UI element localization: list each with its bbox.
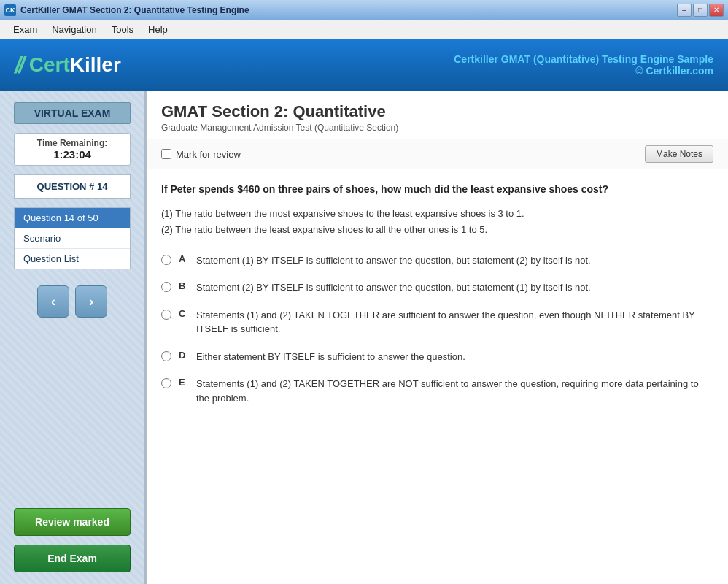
answer-text-b: Statement (2) BY ITSELF is sufficient to…: [196, 280, 591, 295]
menu-help[interactable]: Help: [141, 23, 175, 36]
radio-b[interactable]: [161, 282, 171, 292]
question-conditions: (1) The ratio between the most expansive…: [161, 206, 713, 238]
window-title: CertKiller GMAT Section 2: Quantitative …: [20, 5, 677, 15]
radio-e[interactable]: [161, 378, 171, 388]
nav-link-question-list[interactable]: Question List: [15, 249, 130, 269]
logo-text: CertKiller: [29, 53, 121, 77]
time-box: Time Remaining: 1:23:04: [14, 133, 131, 166]
question-stem-bold: If Peter spends $460 on three pairs of s…: [161, 183, 608, 195]
app-icon: CK: [4, 4, 16, 16]
next-arrow-button[interactable]: ›: [75, 285, 107, 318]
nav-link-question[interactable]: Question 14 of 50: [15, 208, 130, 228]
nav-link-scenario[interactable]: Scenario: [15, 228, 130, 249]
tagline-line1: Certkiller GMAT (Quantitative) Testing E…: [454, 53, 713, 65]
logo-killer: Killer: [70, 53, 121, 76]
answer-text-d: Either statement BY ITSELF is sufficient…: [196, 350, 465, 364]
sidebar-title: VIRTUAL EXAM: [14, 102, 131, 124]
sidebar: VIRTUAL EXAM Time Remaining: 1:23:04 QUE…: [0, 91, 146, 584]
menu-tools[interactable]: Tools: [104, 23, 141, 36]
answer-option-a: A Statement (1) BY ITSELF is sufficient …: [161, 253, 713, 268]
content-toolbar: Mark for review Make Notes: [147, 139, 728, 169]
header-banner: // CertKiller Certkiller GMAT (Quantitat…: [0, 39, 728, 91]
answer-option-b: B Statement (2) BY ITSELF is sufficient …: [161, 280, 713, 295]
menu-exam[interactable]: Exam: [6, 23, 44, 36]
menu-navigation[interactable]: Navigation: [44, 23, 104, 36]
radio-c[interactable]: [161, 310, 171, 320]
condition-1: (1) The ratio between the most expansive…: [161, 206, 713, 222]
close-button[interactable]: ✕: [709, 4, 724, 17]
letter-d: D: [179, 350, 189, 361]
end-exam-button[interactable]: End Exam: [14, 545, 131, 572]
answer-option-e: E Statements (1) and (2) TAKEN TOGETHER …: [161, 377, 713, 405]
content-header: GMAT Section 2: Quantitative Graduate Ma…: [147, 91, 728, 139]
letter-b: B: [179, 280, 189, 291]
window-controls: – □ ✕: [677, 4, 724, 17]
title-bar: CK CertKiller GMAT Section 2: Quantitati…: [0, 0, 728, 20]
nav-links: Question 14 of 50 Scenario Question List: [14, 207, 131, 269]
logo-slashes: //: [15, 52, 22, 79]
minimize-button[interactable]: –: [677, 4, 692, 17]
logo-cert: Cert: [29, 53, 70, 76]
time-value: 1:23:04: [20, 148, 124, 161]
radio-a[interactable]: [161, 255, 171, 265]
menu-bar: Exam Navigation Tools Help: [0, 20, 728, 39]
question-badge: QUESTION # 14: [14, 174, 131, 199]
header-tagline: Certkiller GMAT (Quantitative) Testing E…: [454, 53, 713, 77]
review-marked-button[interactable]: Review marked: [14, 508, 131, 536]
answer-text-a: Statement (1) BY ITSELF is sufficient to…: [196, 253, 591, 268]
letter-c: C: [179, 308, 189, 319]
radio-d[interactable]: [161, 351, 171, 361]
letter-a: A: [179, 253, 189, 264]
question-area: If Peter spends $460 on three pairs of s…: [147, 169, 728, 430]
letter-e: E: [179, 377, 189, 388]
mark-review-text: Mark for review: [176, 149, 241, 160]
content-subtitle: Graduate Management Admission Test (Quan…: [161, 123, 713, 133]
condition-2: (2) The ratio between the least expansiv…: [161, 222, 713, 238]
answer-text-e: Statements (1) and (2) TAKEN TOGETHER ar…: [196, 377, 713, 405]
make-notes-button[interactable]: Make Notes: [645, 145, 713, 163]
mark-review-label[interactable]: Mark for review: [161, 149, 241, 160]
logo: // CertKiller: [15, 52, 121, 79]
tagline-line2: © Certkiller.com: [454, 65, 713, 77]
answer-option-d: D Either statement BY ITSELF is sufficie…: [161, 350, 713, 364]
time-label: Time Remaining:: [20, 138, 124, 148]
answer-option-c: C Statements (1) and (2) TAKEN TOGETHER …: [161, 308, 713, 337]
content-area: GMAT Section 2: Quantitative Graduate Ma…: [146, 91, 728, 584]
prev-arrow-button[interactable]: ‹: [37, 285, 69, 318]
nav-arrows: ‹ ›: [37, 285, 107, 318]
maximize-button[interactable]: □: [693, 4, 708, 17]
question-stem: If Peter spends $460 on three pairs of s…: [161, 181, 713, 197]
mark-review-checkbox[interactable]: [161, 149, 171, 159]
main-layout: VIRTUAL EXAM Time Remaining: 1:23:04 QUE…: [0, 91, 728, 584]
answer-text-c: Statements (1) and (2) TAKEN TOGETHER ar…: [196, 308, 713, 337]
content-title: GMAT Section 2: Quantitative: [161, 102, 713, 121]
